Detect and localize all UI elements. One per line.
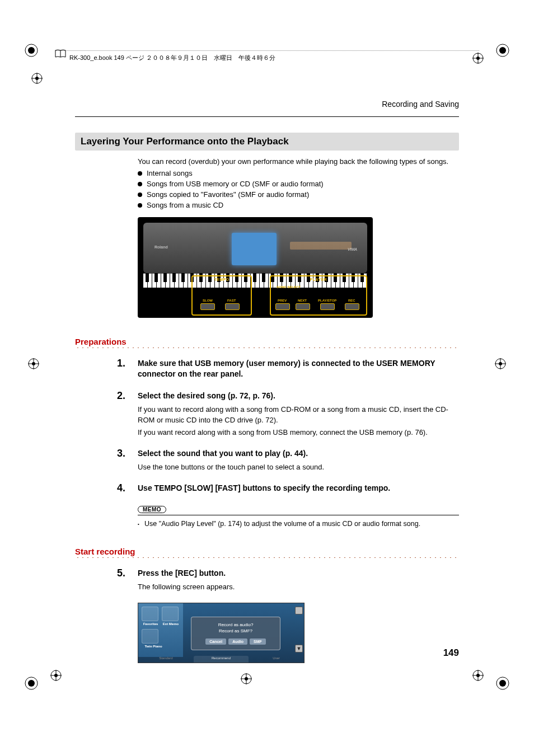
registration-icon (495, 358, 506, 369)
crop-mark-icon (496, 677, 509, 690)
tab-standard: Standard (138, 656, 194, 663)
cancel-button: Cancel (205, 638, 226, 645)
tab-user: User (249, 656, 304, 663)
player-highlight: PLAYER SONG SELECT PREV NEXT PLAY/STOP R… (270, 275, 367, 316)
svg-point-5 (28, 680, 35, 687)
intro-text: You can record (overdub) your own perfor… (138, 157, 459, 166)
step-title: Press the [REC] button. (138, 568, 459, 579)
crop-mark-icon (25, 677, 38, 690)
playstop-button-icon (320, 303, 335, 310)
dotted-rule (75, 557, 459, 558)
svg-point-7 (499, 680, 506, 687)
step-title: Make sure that USB memory (user memory) … (138, 358, 459, 379)
list-item: Songs copied to "Favorites" (SMF or audi… (138, 190, 459, 199)
crop-mark-icon (25, 44, 38, 57)
step-title: Select the desired song (p. 72, p. 76). (138, 391, 459, 401)
svg-point-1 (28, 47, 35, 54)
tempo-highlight: TEMPO SLOW FAST (191, 275, 252, 316)
favorites-label: Favorites (139, 622, 162, 626)
keyboard-panel: Roland VIMA (143, 223, 367, 273)
slow-button-icon (200, 303, 215, 310)
svg-point-23 (54, 674, 58, 677)
screen-left-panel: Favorites Ext Memo Twin Piano (138, 603, 183, 657)
section-label: Recording and Saving (75, 100, 459, 109)
prev-button-icon (275, 303, 290, 310)
memo-rule (138, 515, 459, 515)
svg-point-19 (476, 674, 480, 677)
record-dialog: Record as audio? Record as SMF? Cancel A… (191, 617, 280, 650)
book-icon (55, 49, 66, 60)
step-desc: If you want to record along with a song … (138, 405, 459, 426)
screen-tabs: Standard Recommend User (138, 656, 304, 663)
smf-button: SMF (250, 638, 266, 645)
player-label: PLAYER (310, 278, 327, 281)
vima-label: VIMA (348, 247, 357, 251)
header-text: RK-300_e.book 149 ページ ２００８年９月１０日 水曜日 午後４… (69, 54, 275, 62)
step-title: Use TEMPO [SLOW] [FAST] buttons to speci… (138, 483, 459, 494)
tab-recommend: Recommend (194, 656, 249, 663)
registration-icon (50, 670, 62, 681)
fast-button-icon (225, 303, 240, 310)
step-title: Select the sound that you want to play (… (138, 448, 459, 459)
keyboard-leds-icon (290, 242, 352, 250)
step-number: 4. (75, 483, 138, 497)
song-select-label: SONG SELECT (277, 285, 301, 289)
step-desc: The following screen appears. (138, 582, 459, 593)
list-item: Songs from USB memory or CD (SMF or audi… (138, 180, 459, 188)
page-title: Layering Your Performance onto the Playb… (75, 133, 459, 151)
rec-label: REC (348, 299, 355, 302)
preparations-heading: Preparations (75, 337, 459, 346)
svg-point-27 (32, 362, 35, 365)
step-4: 4. Use TEMPO [SLOW] [FAST] buttons to sp… (75, 483, 459, 497)
step-desc: If you want record along with a song fro… (138, 428, 459, 438)
step-number: 2. (75, 391, 138, 440)
step-1: 1. Make sure that USB memory (user memor… (75, 358, 459, 383)
svg-point-35 (245, 677, 248, 680)
svg-point-15 (35, 77, 39, 80)
slow-label: SLOW (203, 299, 213, 302)
registration-icon (241, 673, 252, 684)
step-number: 5. (75, 568, 138, 595)
side-button-icon (295, 607, 303, 614)
twin-piano-label: Twin Piano (139, 645, 167, 648)
rec-button-icon (345, 303, 359, 310)
extmemo-label: Ext Memo (160, 622, 182, 626)
prev-label: PREV (278, 299, 287, 302)
down-arrow-icon: ▼ (295, 645, 303, 652)
manual-page: RK-300_e.book 149 ページ ２００８年９月１０日 水曜日 午後４… (0, 0, 534, 756)
header-rule (55, 50, 479, 51)
fast-label: FAST (227, 299, 236, 302)
dialog-line2: Record as SMF? (219, 628, 252, 633)
step-5: 5. Press the [REC] button. The following… (75, 568, 459, 595)
registration-icon (472, 670, 484, 681)
dotted-rule (75, 348, 459, 348)
dialog-line1: Record as audio? (218, 622, 254, 627)
list-item: Internal songs (138, 169, 459, 177)
list-item: Songs from a music CD (138, 201, 459, 209)
step-2: 2. Select the desired song (p. 72, p. 76… (75, 391, 459, 440)
section-rule (75, 116, 459, 117)
screen-illustration: Favorites Ext Memo Twin Piano Record as … (138, 603, 305, 663)
registration-icon (31, 73, 43, 84)
svg-point-3 (499, 47, 506, 54)
step-number: 1. (75, 358, 138, 383)
page-number: 149 (443, 647, 459, 659)
step-3: 3. Select the sound that you want to pla… (75, 448, 459, 475)
brand-label: Roland (154, 245, 168, 249)
favorite-tile-icon (142, 607, 158, 621)
next-button-icon (296, 303, 310, 310)
extmemo-tile-icon (162, 607, 179, 621)
twin-piano-tile-icon (142, 629, 158, 644)
memo-badge: MEMO (138, 506, 166, 513)
keyboard-illustration: Roland VIMA TEMPO SLOW FAST PLAYER SONG … (138, 217, 373, 318)
bullet-list: Internal songs Songs from USB memory or … (138, 169, 459, 209)
svg-point-31 (499, 362, 502, 365)
memo-text: Use "Audio Play Level" (p. 174) to adjus… (138, 520, 459, 528)
memo-block: MEMO Use "Audio Play Level" (p. 174) to … (138, 505, 459, 528)
keyboard-screen-icon (232, 233, 277, 265)
step-desc: Use the tone buttons or the touch panel … (138, 462, 459, 473)
svg-point-11 (476, 57, 480, 60)
audio-button: Audio (228, 638, 247, 645)
next-label: NEXT (298, 299, 307, 302)
step-number: 3. (75, 448, 138, 475)
